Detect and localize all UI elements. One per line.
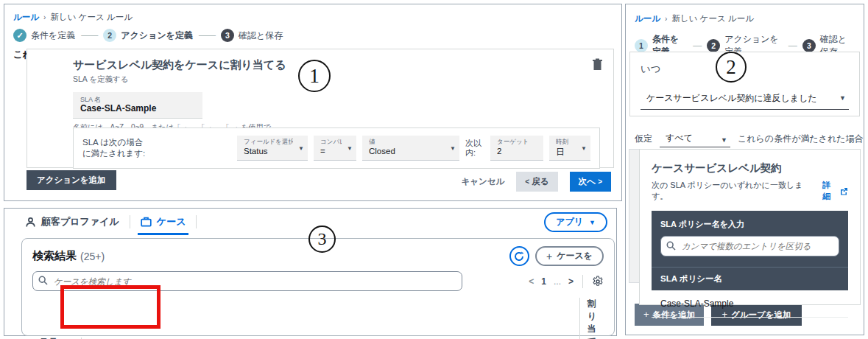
annotation-circle-3: 3 [308, 226, 336, 253]
current-page[interactable]: 1 [541, 276, 546, 287]
case-search-input[interactable] [32, 271, 462, 291]
sla-name-label: SLA 名 [80, 96, 195, 103]
search-icon [666, 241, 676, 251]
time-unit-value: 日 [556, 147, 576, 158]
chevron-down-icon: ▼ [581, 145, 587, 152]
tab-divider [196, 215, 197, 228]
rule-condition-step-panel: ルール › 新しい ケース ルール 1 条件を定義 — 2 アクションを定義 —… [625, 4, 864, 335]
target-field-label: ターゲット [497, 139, 537, 145]
sla-name-input[interactable] [80, 103, 195, 113]
back-button[interactable]: < 戻る [516, 172, 557, 192]
breadcrumb-separator-icon: › [665, 15, 667, 23]
step-connector: —— [199, 30, 215, 41]
apps-button[interactable]: アプリ ▼ [544, 212, 607, 232]
sla-condition-card: ケースサービスレベル契約 次の SLA ポリシーのいずれかに一致します。 詳細 … [639, 149, 861, 305]
case-list-panel: 顧客プロファイル ケース アプリ ▼ 検索結果 (25+) [4, 208, 617, 336]
action-card-title: サービスレベル契約をケースに割り当てる [73, 58, 600, 72]
target-field[interactable]: ターゲット 2 [490, 136, 543, 161]
cases-table: ステータス Next SLA Breach▽ 参照番号 タイトル 作成日時▽ 割… [32, 298, 604, 339]
create-case-label: ケースを [557, 250, 593, 262]
sla-card-title: ケースサービスレベル契約 [652, 161, 848, 175]
col-status[interactable]: ステータス [32, 335, 81, 339]
chevron-down-icon: ▼ [839, 94, 846, 102]
search-icon [38, 276, 48, 285]
sla-name-field[interactable]: SLA 名 [73, 92, 202, 119]
sla-policy-row[interactable]: Case-SLA-Sample [652, 290, 848, 318]
condition-label-line1: SLA は次の場合 [82, 138, 143, 147]
trash-icon [592, 58, 603, 71]
rule-action-step-panel: ルール › 新しい ケース ルール ✓ 条件を定義 —— 2 アクションを定義 … [4, 4, 622, 201]
chevron-down-icon: ▼ [721, 136, 727, 144]
assume-label: 仮定 [635, 133, 652, 145]
step-number-badge: 2 [707, 39, 720, 52]
chevron-down-icon: ▼ [450, 145, 456, 152]
sla-card-description: 次の SLA ポリシーのいずれかに一致します。 [652, 180, 819, 202]
chevron-left-icon: < [525, 178, 529, 186]
assume-select[interactable]: すべて ▼ [660, 130, 730, 147]
comparator-select-label: コンパレータ [320, 139, 342, 145]
pagination: < 1 ... > [529, 275, 604, 288]
target-field-value: 2 [497, 147, 537, 155]
breadcrumb-rules-link[interactable]: ルール [635, 13, 660, 24]
step-number-badge: 3 [802, 39, 816, 52]
sla-policy-input-label: SLA ポリシー名を入力 [660, 219, 839, 230]
assume-select-value: すべて [666, 133, 693, 143]
step-number-badge: 2 [103, 29, 116, 42]
step-define-actions[interactable]: 2 アクションを定義 [103, 29, 193, 42]
action-card-subtitle: SLA を定義する [73, 74, 600, 85]
chevron-down-icon: ▼ [347, 145, 353, 152]
when-event-select[interactable]: ケースサービスレベル契約に違反しました ▼ [641, 88, 849, 110]
comparator-select[interactable]: コンパレータ = ▼ [314, 136, 356, 161]
breadcrumb-rules-link[interactable]: ルール [13, 12, 39, 23]
col-label: 割り当てられたコ [588, 298, 596, 339]
col-assigned-truncated[interactable]: 割り当てられたコ [579, 298, 604, 339]
next-page-button[interactable]: > [568, 276, 574, 287]
time-unit-label: 時刻 [556, 139, 576, 145]
chevron-down-icon: ▼ [589, 219, 596, 226]
tab-cases[interactable]: ケース [130, 209, 197, 235]
delete-action-button[interactable] [592, 58, 603, 71]
tab-label: 顧客プロファイル [41, 215, 119, 228]
value-select[interactable]: 値 Closed ▼ [362, 136, 459, 161]
within-text: 次以内: [465, 139, 484, 158]
step-connector: —— [81, 30, 97, 41]
person-icon [25, 217, 36, 228]
field-select[interactable]: フィールドを選択 Status ▼ [237, 136, 308, 161]
breadcrumb: ルール › 新しい ケース ルール [635, 13, 855, 24]
condition-label-line2: に満たされます: [82, 149, 145, 158]
condition-label: SLA は次の場合 に満たされます: [82, 137, 145, 159]
apps-button-label: アプリ [556, 216, 583, 228]
chevron-down-icon: ▼ [298, 145, 304, 152]
sla-policy-filter-block: SLA ポリシー名を入力 SLA ポリシー名 [652, 211, 848, 290]
when-event-value: ケースサービスレベル契約に違反しました [646, 93, 817, 103]
step-define-conditions[interactable]: ✓ 条件を定義 [13, 29, 75, 42]
results-title: 検索結果 [32, 249, 77, 263]
next-button-label: 次へ [579, 177, 596, 186]
search-results-card: 検索結果 (25+) + ケースを < [21, 238, 615, 336]
pager-divider [582, 275, 583, 288]
table-header-row: ステータス Next SLA Breach▽ 参照番号 タイトル 作成日時▽ 割… [32, 298, 604, 339]
prev-page-button[interactable]: < [529, 276, 534, 287]
time-unit-select[interactable]: 時刻 日 ▼ [549, 136, 590, 161]
add-action-button[interactable]: アクションを追加 [27, 170, 116, 190]
breadcrumb-separator-icon: › [43, 13, 46, 21]
cancel-button[interactable]: キャンセル [461, 176, 504, 187]
details-link-label: 詳細 [822, 180, 839, 202]
tab-customer-profile[interactable]: 顧客プロファイル [15, 209, 130, 235]
breadcrumb-current: 新しい ケース ルール [671, 13, 754, 24]
step-label: 確認と保存 [239, 29, 283, 42]
step-connector: — [788, 41, 797, 51]
details-link[interactable]: 詳細 [822, 180, 848, 202]
screenshot-stage: ルール › 新しい ケース ルール ✓ 条件を定義 —— 2 アクションを定義 … [0, 0, 868, 339]
chevron-right-icon: > [598, 178, 602, 186]
col-label: ステータス [40, 335, 74, 339]
annotation-circle-2: 2 [716, 52, 747, 83]
next-button[interactable]: 次へ > [570, 172, 611, 192]
refresh-button[interactable] [509, 246, 529, 266]
settings-gear-button[interactable] [592, 276, 604, 287]
sla-policy-search-input[interactable] [660, 236, 839, 256]
step-review-save[interactable]: 3 確認と保存 [221, 29, 283, 42]
create-case-button[interactable]: + ケースを [535, 246, 604, 266]
back-button-label: 戻る [532, 177, 548, 186]
step-label: 条件を定義 [31, 29, 75, 42]
